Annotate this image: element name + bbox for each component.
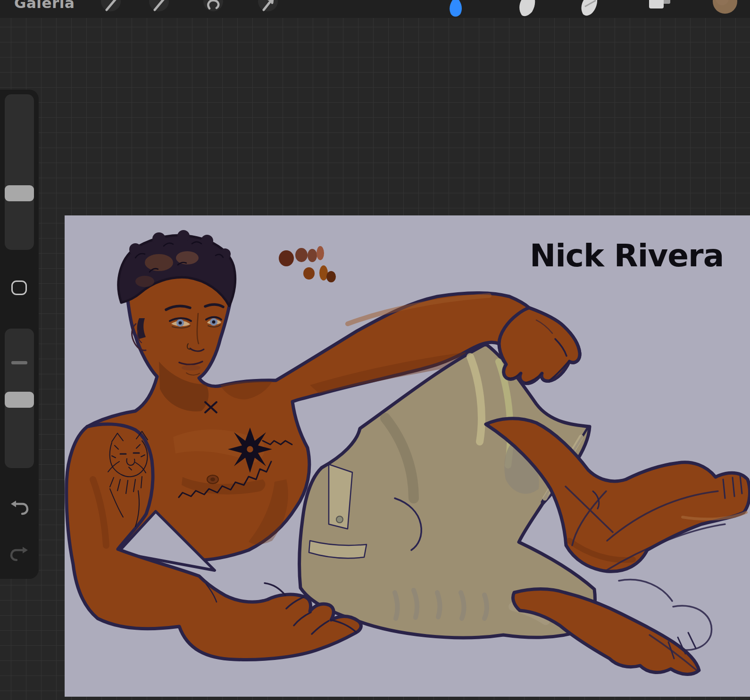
palette-dot — [295, 248, 308, 262]
brush-sidebar — [0, 90, 39, 579]
paint-brush-icon — [450, 0, 462, 16]
palette-dot — [317, 246, 324, 260]
layers-front-icon — [649, 0, 664, 8]
actions-button[interactable] — [101, 0, 121, 11]
selection-icon — [203, 0, 223, 11]
undo-icon — [16, 504, 27, 514]
belt-rivet — [336, 516, 343, 523]
undo-button[interactable] — [9, 499, 29, 518]
layers-button[interactable] — [649, 0, 670, 8]
character-name: Nick Rivera — [530, 238, 724, 274]
opacity-dash-icon — [11, 361, 27, 364]
smudge-finger-icon — [519, 0, 535, 16]
palette-dot — [326, 271, 336, 282]
artwork: Nick Rivera — [65, 215, 750, 697]
smudge-button[interactable] — [519, 0, 535, 16]
redo-button[interactable] — [9, 545, 29, 564]
nipple — [207, 475, 218, 484]
eraser-icon — [582, 0, 598, 16]
brush-size-slider[interactable] — [5, 94, 34, 250]
opacity-slider[interactable] — [5, 329, 34, 468]
selection-button[interactable] — [203, 0, 223, 11]
palette-dot — [279, 250, 294, 266]
brush-size-handle[interactable] — [5, 185, 34, 201]
color-button[interactable] — [713, 0, 737, 14]
procreate-workspace: { "topbar": { "gallery_label": "Galeria"… — [0, 0, 750, 700]
palette-dot — [319, 265, 328, 280]
adjustments-button[interactable] — [149, 0, 169, 11]
modify-button[interactable] — [11, 280, 27, 295]
opacity-handle[interactable] — [5, 392, 34, 408]
palette-dot — [303, 267, 315, 280]
brush-button[interactable] — [450, 0, 468, 16]
erase-button[interactable] — [582, 0, 598, 16]
drawing-canvas[interactable]: Nick Rivera — [65, 215, 750, 697]
top-toolbar: Galeria — [0, 0, 750, 18]
redo-icon — [11, 550, 23, 560]
toolbar-icons — [0, 0, 750, 18]
redo-arrowhead — [23, 547, 28, 553]
undo-arrowhead — [11, 501, 16, 507]
transform-button[interactable] — [258, 0, 278, 11]
palette-dot — [308, 249, 317, 262]
